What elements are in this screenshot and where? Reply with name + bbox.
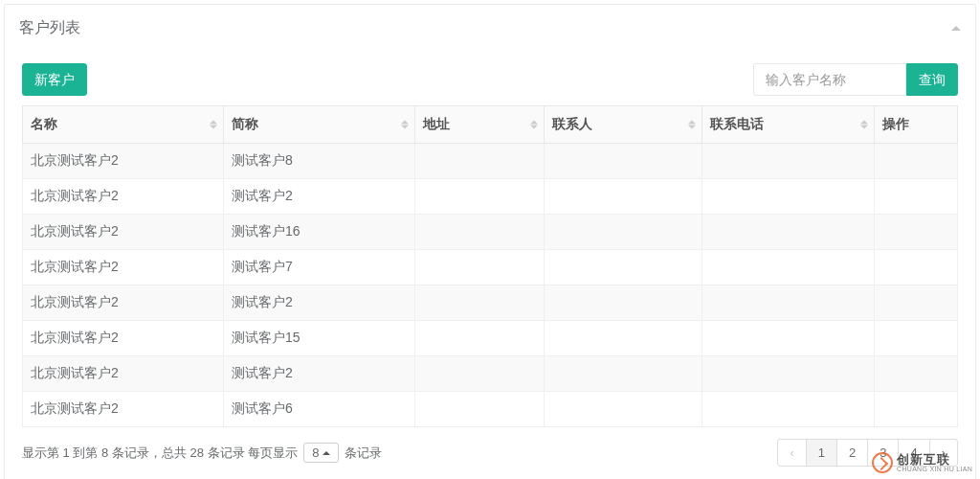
col-header-action: 操作 <box>875 106 958 144</box>
search-button[interactable]: 查询 <box>906 63 958 96</box>
col-header-name-label: 名称 <box>31 116 57 131</box>
sort-icon <box>401 121 409 129</box>
table-row[interactable]: 北京测试客户2测试客户8 <box>23 144 958 179</box>
table-row[interactable]: 北京测试客户2测试客户16 <box>23 215 958 250</box>
cell-action <box>875 250 958 285</box>
cell-phone <box>702 250 875 285</box>
page-1[interactable]: 1 <box>806 439 837 467</box>
search-input[interactable] <box>753 63 906 96</box>
sort-icon <box>688 121 696 129</box>
cell-contact <box>545 179 702 215</box>
sort-icon <box>530 121 538 129</box>
toolbar: 新客户 查询 <box>22 63 958 96</box>
cell-action <box>875 215 958 250</box>
col-header-name[interactable]: 名称 <box>23 106 224 144</box>
chevron-up-icon[interactable] <box>951 26 961 31</box>
cell-short: 测试客户15 <box>224 321 415 356</box>
table-row[interactable]: 北京测试客户2测试客户2 <box>23 179 958 215</box>
watermark-en: CHUANG XIN HU LIAN <box>897 466 972 472</box>
page-size-value: 8 <box>312 445 319 460</box>
cell-phone <box>702 356 875 392</box>
pagination-info: 显示第 1 到第 8 条记录，总共 28 条记录 每页显示 8 条记录 <box>22 443 382 463</box>
page-size-dropdown[interactable]: 8 <box>303 443 339 463</box>
pagination-info-prefix: 显示第 1 到第 8 条记录，总共 28 条记录 每页显示 <box>22 445 298 462</box>
cell-contact <box>545 321 702 356</box>
cell-action <box>875 179 958 215</box>
cell-short: 测试客户2 <box>224 285 415 321</box>
page-prev[interactable]: ‹ <box>777 439 806 467</box>
col-header-contact[interactable]: 联系人 <box>545 106 702 144</box>
panel-heading: 客户列表 <box>5 5 975 49</box>
table-row[interactable]: 北京测试客户2测试客户2 <box>23 285 958 321</box>
col-header-address[interactable]: 地址 <box>415 106 545 144</box>
cell-name: 北京测试客户2 <box>23 215 224 250</box>
col-header-address-label: 地址 <box>423 116 450 131</box>
cell-action <box>875 144 958 179</box>
watermark-logo-icon <box>872 452 893 473</box>
cell-name: 北京测试客户2 <box>23 392 224 427</box>
cell-short: 测试客户16 <box>224 215 415 250</box>
col-header-contact-label: 联系人 <box>552 116 592 131</box>
cell-short: 测试客户2 <box>224 356 415 392</box>
cell-phone <box>702 321 875 356</box>
cell-phone <box>702 144 875 179</box>
cell-action <box>875 356 958 392</box>
cell-contact <box>545 144 702 179</box>
cell-address <box>415 179 545 215</box>
page-2[interactable]: 2 <box>836 439 868 467</box>
cell-name: 北京测试客户2 <box>23 179 224 215</box>
table-header-row: 名称 简称 地址 联系人 <box>23 106 958 144</box>
watermark-cn: 创新互联 <box>897 453 972 466</box>
cell-name: 北京测试客户2 <box>23 321 224 356</box>
panel-title: 客户列表 <box>19 18 80 38</box>
cell-short: 测试客户8 <box>224 144 415 179</box>
cell-address <box>415 392 545 427</box>
cell-name: 北京测试客户2 <box>23 285 224 321</box>
cell-name: 北京测试客户2 <box>23 250 224 285</box>
customer-table: 名称 简称 地址 联系人 <box>22 105 958 427</box>
cell-action <box>875 392 958 427</box>
cell-action <box>875 285 958 321</box>
watermark: 创新互联 CHUANG XIN HU LIAN <box>872 452 972 473</box>
cell-name: 北京测试客户2 <box>23 144 224 179</box>
cell-phone <box>702 215 875 250</box>
new-customer-button[interactable]: 新客户 <box>22 63 87 96</box>
customer-list-panel: 客户列表 新客户 查询 名称 简称 <box>4 4 976 479</box>
cell-short: 测试客户7 <box>224 250 415 285</box>
search-group: 查询 <box>753 63 958 96</box>
table-row[interactable]: 北京测试客户2测试客户7 <box>23 250 958 285</box>
col-header-short[interactable]: 简称 <box>224 106 415 144</box>
panel-body: 新客户 查询 名称 简称 地址 <box>5 49 975 479</box>
cell-contact <box>545 356 702 392</box>
cell-address <box>415 321 545 356</box>
table-row[interactable]: 北京测试客户2测试客户15 <box>23 321 958 356</box>
cell-contact <box>545 215 702 250</box>
col-header-phone-label: 联系电话 <box>710 116 764 131</box>
table-footer: 显示第 1 到第 8 条记录，总共 28 条记录 每页显示 8 条记录 ‹123… <box>22 439 958 467</box>
caret-up-icon <box>323 451 330 455</box>
cell-address <box>415 215 545 250</box>
cell-short: 测试客户2 <box>224 179 415 215</box>
cell-phone <box>702 285 875 321</box>
col-header-phone[interactable]: 联系电话 <box>702 106 875 144</box>
table-row[interactable]: 北京测试客户2测试客户2 <box>23 356 958 392</box>
cell-phone <box>702 179 875 215</box>
table-row[interactable]: 北京测试客户2测试客户6 <box>23 392 958 427</box>
sort-icon <box>860 121 868 129</box>
cell-contact <box>545 250 702 285</box>
watermark-text: 创新互联 CHUANG XIN HU LIAN <box>897 453 972 472</box>
pagination-info-suffix: 条记录 <box>345 445 382 462</box>
cell-contact <box>545 392 702 427</box>
col-header-action-label: 操作 <box>882 116 909 131</box>
cell-address <box>415 356 545 392</box>
cell-address <box>415 144 545 179</box>
cell-name: 北京测试客户2 <box>23 356 224 392</box>
cell-short: 测试客户6 <box>224 392 415 427</box>
cell-address <box>415 250 545 285</box>
sort-icon <box>210 121 217 129</box>
cell-address <box>415 285 545 321</box>
col-header-short-label: 简称 <box>232 116 258 131</box>
cell-phone <box>702 392 875 427</box>
cell-contact <box>545 285 702 321</box>
cell-action <box>875 321 958 356</box>
